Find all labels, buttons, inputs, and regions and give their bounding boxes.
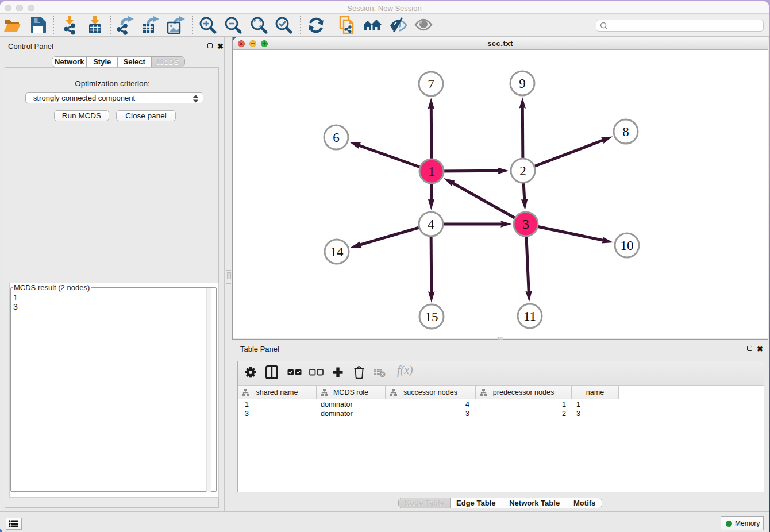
svg-text:2: 2 [519,164,526,178]
svg-text:4: 4 [428,217,434,232]
svg-text:6: 6 [333,130,340,145]
svg-text:11: 11 [523,309,536,323]
svg-text:9: 9 [519,76,526,91]
svg-text:3: 3 [522,217,529,232]
svg-text:8: 8 [622,125,629,139]
svg-text:1: 1 [428,164,435,179]
svg-text:10: 10 [621,238,634,253]
svg-text:14: 14 [330,245,344,259]
svg-text:15: 15 [425,310,438,324]
svg-text:7: 7 [428,77,434,91]
